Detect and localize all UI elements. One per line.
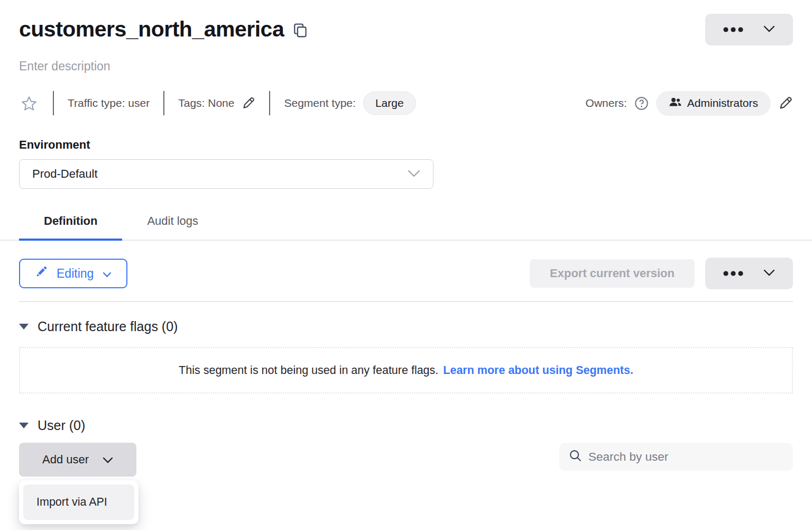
owners-group: Owners: Administrators — [586, 91, 793, 116]
edit-tags-pencil-icon[interactable] — [242, 96, 255, 110]
editing-label: Editing — [57, 267, 94, 281]
question-circle-icon[interactable] — [634, 96, 649, 111]
editing-mode-button[interactable]: Editing — [19, 259, 127, 288]
chevron-down-icon — [763, 25, 775, 34]
user-toolbar: Add user Import via API — [19, 443, 793, 477]
owners-label: Owners: — [586, 97, 627, 109]
tab-audit-logs[interactable]: Audit logs — [122, 207, 223, 241]
owners-badge[interactable]: Administrators — [656, 91, 771, 116]
segment-type-item: Segment type: Large — [270, 92, 429, 115]
feature-flags-heading: Current feature flags (0) — [38, 319, 178, 334]
definition-more-menu-button[interactable] — [705, 258, 793, 289]
copy-icon[interactable] — [293, 23, 308, 39]
search-icon — [569, 449, 582, 464]
pencil-icon — [35, 266, 48, 281]
tags-label: Tags: None — [178, 97, 234, 109]
environment-label: Environment — [19, 138, 793, 152]
chevron-down-icon — [103, 267, 112, 281]
menu-item-import-via-api[interactable]: Import via API — [23, 485, 134, 520]
segment-type-badge: Large — [363, 92, 416, 115]
segment-type-label: Segment type: — [284, 97, 355, 109]
header-more-menu-button[interactable] — [705, 14, 793, 45]
tab-bar: Definition Audit logs — [0, 207, 812, 241]
search-by-user-input[interactable] — [588, 450, 783, 464]
segment-detail-page: customers_north_america Enter descriptio… — [0, 0, 812, 477]
title-group: customers_north_america — [19, 14, 308, 42]
chevron-down-icon — [103, 453, 113, 467]
toolbar-divider — [19, 301, 793, 302]
add-user-button[interactable]: Add user — [19, 443, 136, 477]
traffic-type-label: Traffic type: user — [54, 97, 163, 109]
ellipsis-icon — [723, 270, 745, 278]
tab-definition[interactable]: Definition — [19, 207, 122, 241]
definition-toolbar: Editing Export current version — [19, 258, 793, 289]
tags-item: Tags: None — [164, 96, 269, 110]
user-search-box — [559, 443, 793, 471]
header: customers_north_america — [19, 14, 793, 45]
feature-flags-empty-state: This segment is not being used in any fe… — [19, 347, 793, 394]
caret-down-icon — [19, 423, 29, 428]
feature-flags-section-header[interactable]: Current feature flags (0) — [19, 319, 793, 334]
add-user-dropdown-container: Add user Import via API — [19, 443, 136, 477]
environment-select[interactable]: Prod-Default — [19, 159, 433, 189]
add-user-label: Add user — [42, 453, 89, 467]
chevron-down-icon — [408, 167, 420, 181]
edit-owners-pencil-icon[interactable] — [778, 96, 793, 111]
ellipsis-icon — [723, 26, 745, 34]
user-section-header[interactable]: User (0) — [19, 418, 793, 433]
favorite-star-icon[interactable] — [19, 96, 53, 111]
people-icon — [669, 97, 682, 110]
user-heading: User (0) — [38, 418, 85, 433]
caret-down-icon — [19, 324, 29, 330]
owners-value: Administrators — [687, 97, 758, 109]
page-title: customers_north_america — [19, 17, 284, 42]
empty-state-text: This segment is not being used in any fe… — [179, 364, 438, 377]
chevron-down-icon — [763, 269, 775, 278]
meta-row: Traffic type: user Tags: None Segment ty… — [19, 89, 793, 117]
add-user-dropdown-menu: Import via API — [19, 480, 139, 524]
learn-more-link[interactable]: Learn more about using Segments. — [443, 364, 633, 377]
export-current-version-button[interactable]: Export current version — [530, 259, 695, 288]
environment-selected-value: Prod-Default — [32, 167, 98, 181]
description-placeholder[interactable]: Enter description — [19, 59, 793, 74]
